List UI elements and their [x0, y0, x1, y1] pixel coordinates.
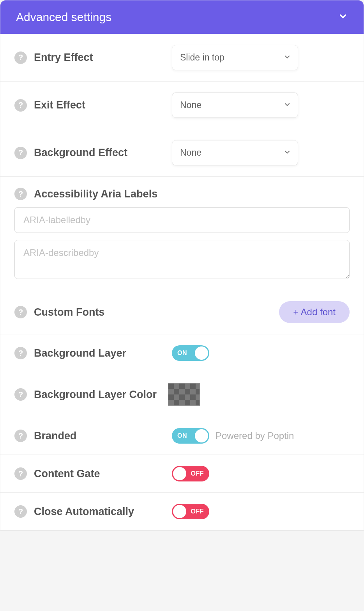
exit-effect-select-wrap: [172, 92, 298, 118]
row-aria-labels: ? Accessibility Aria Labels: [0, 177, 364, 290]
aria-labelledby-input[interactable]: [14, 207, 350, 233]
help-icon[interactable]: ?: [14, 505, 27, 518]
aria-describedby-input[interactable]: [14, 240, 350, 279]
label-group: ? Custom Fonts: [14, 306, 105, 318]
branded-label: Branded: [34, 430, 77, 442]
label-group: ? Exit Effect: [14, 99, 163, 112]
label-group: ? Branded: [14, 430, 163, 442]
background-layer-toggle[interactable]: ON: [172, 345, 209, 361]
entry-effect-label: Entry Effect: [34, 52, 93, 64]
chevron-down-icon: [338, 11, 348, 23]
toggle-off-text: OFF: [191, 470, 204, 477]
content-gate-toggle[interactable]: OFF: [172, 466, 209, 481]
help-icon[interactable]: ?: [14, 188, 27, 200]
help-icon[interactable]: ?: [14, 147, 27, 159]
custom-fonts-label: Custom Fonts: [34, 306, 105, 318]
panel-header[interactable]: Advanced settings: [0, 0, 364, 34]
label-group: ? Content Gate: [14, 467, 163, 480]
help-icon[interactable]: ?: [14, 467, 27, 480]
toggle-on-text: ON: [177, 350, 187, 357]
row-background-layer: ? Background Layer ON: [0, 334, 364, 372]
row-branded: ? Branded ON Powered by Poptin: [0, 417, 364, 455]
help-icon[interactable]: ?: [14, 347, 27, 359]
toggle-knob: [173, 505, 186, 518]
row-close-automatically: ? Close Automatically OFF: [0, 493, 364, 530]
help-icon[interactable]: ?: [14, 99, 27, 112]
background-effect-label: Background Effect: [34, 147, 127, 159]
exit-effect-select[interactable]: [172, 92, 298, 118]
row-background-layer-color: ? Background Layer Color: [0, 372, 364, 417]
advanced-settings-panel: Advanced settings ? Entry Effect ? Exit …: [0, 0, 364, 531]
toggle-knob: [173, 467, 186, 480]
background-layer-label: Background Layer: [34, 347, 126, 359]
help-icon[interactable]: ?: [14, 306, 27, 318]
row-content-gate: ? Content Gate OFF: [0, 455, 364, 493]
help-icon[interactable]: ?: [14, 430, 27, 442]
close-automatically-toggle[interactable]: OFF: [172, 504, 209, 519]
background-effect-select-wrap: [172, 140, 298, 165]
row-background-effect: ? Background Effect: [0, 129, 364, 177]
background-layer-color-swatch[interactable]: [168, 383, 200, 406]
label-group: ? Entry Effect: [14, 52, 163, 64]
toggle-off-text: OFF: [191, 508, 204, 515]
close-automatically-label: Close Automatically: [34, 506, 134, 518]
aria-labels-label: Accessibility Aria Labels: [34, 188, 157, 200]
content-gate-label: Content Gate: [34, 468, 100, 480]
toggle-on-text: ON: [177, 432, 187, 439]
controls: ON Powered by Poptin: [172, 428, 294, 444]
controls: ON: [172, 345, 209, 361]
row-exit-effect: ? Exit Effect: [0, 82, 364, 129]
toggle-knob: [195, 346, 208, 360]
help-icon[interactable]: ?: [14, 388, 27, 401]
background-layer-color-label: Background Layer Color: [34, 387, 157, 401]
label-group: ? Background Layer Color: [14, 387, 159, 401]
label-group: ? Background Layer: [14, 347, 163, 359]
label-group: ? Close Automatically: [14, 505, 163, 518]
branded-toggle[interactable]: ON: [172, 428, 209, 444]
row-custom-fonts: ? Custom Fonts + Add font: [0, 290, 364, 334]
help-icon[interactable]: ?: [14, 52, 27, 64]
branded-side-text: Powered by Poptin: [216, 430, 294, 441]
toggle-knob: [195, 429, 208, 442]
entry-effect-select[interactable]: [172, 45, 298, 70]
controls: OFF: [172, 504, 209, 519]
row-entry-effect: ? Entry Effect: [0, 34, 364, 82]
controls: OFF: [172, 466, 209, 481]
label-group: ? Background Effect: [14, 147, 163, 159]
label-group: ? Accessibility Aria Labels: [14, 188, 350, 200]
entry-effect-select-wrap: [172, 45, 298, 70]
panel-title: Advanced settings: [16, 11, 111, 24]
add-font-button[interactable]: + Add font: [279, 301, 350, 323]
controls: [168, 383, 200, 406]
exit-effect-label: Exit Effect: [34, 99, 85, 111]
background-effect-select[interactable]: [172, 140, 298, 165]
